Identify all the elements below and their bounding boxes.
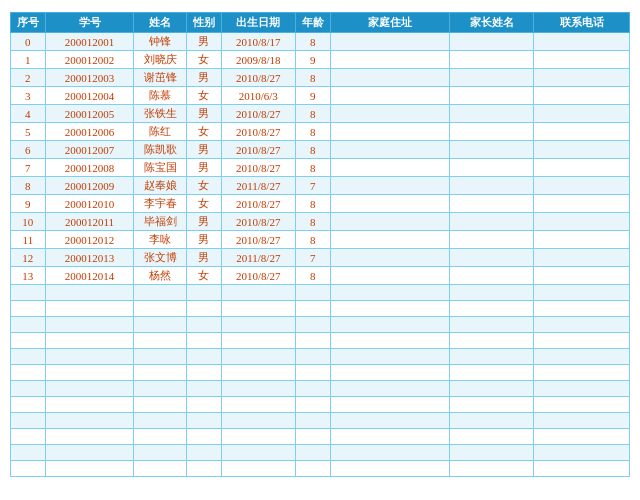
empty-cell bbox=[186, 317, 221, 333]
cell-13-8 bbox=[534, 267, 630, 285]
empty-cell bbox=[134, 429, 187, 445]
cell-13-0: 13 bbox=[11, 267, 46, 285]
empty-cell bbox=[11, 461, 46, 477]
empty-cell bbox=[330, 333, 450, 349]
cell-2-1: 200012003 bbox=[45, 69, 134, 87]
empty-cell bbox=[330, 317, 450, 333]
empty-cell bbox=[134, 365, 187, 381]
cell-7-0: 7 bbox=[11, 159, 46, 177]
cell-6-3: 男 bbox=[186, 141, 221, 159]
cell-9-5: 8 bbox=[295, 195, 330, 213]
cell-13-1: 200012014 bbox=[45, 267, 134, 285]
cell-10-6 bbox=[330, 213, 450, 231]
empty-cell bbox=[450, 413, 534, 429]
cell-0-0: 0 bbox=[11, 33, 46, 51]
empty-row bbox=[11, 365, 630, 381]
table-row: 12200012013张文博男2011/8/277 bbox=[11, 249, 630, 267]
cell-11-3: 男 bbox=[186, 231, 221, 249]
cell-6-2: 陈凯歌 bbox=[134, 141, 187, 159]
cell-12-0: 12 bbox=[11, 249, 46, 267]
empty-cell bbox=[11, 381, 46, 397]
cell-5-0: 5 bbox=[11, 123, 46, 141]
cell-2-2: 谢茁锋 bbox=[134, 69, 187, 87]
empty-cell bbox=[221, 285, 295, 301]
cell-6-8 bbox=[534, 141, 630, 159]
empty-cell bbox=[330, 461, 450, 477]
cell-5-6 bbox=[330, 123, 450, 141]
cell-2-5: 8 bbox=[295, 69, 330, 87]
cell-13-5: 8 bbox=[295, 267, 330, 285]
empty-cell bbox=[295, 413, 330, 429]
cell-0-1: 200012001 bbox=[45, 33, 134, 51]
empty-cell bbox=[134, 285, 187, 301]
cell-3-6 bbox=[330, 87, 450, 105]
empty-cell bbox=[295, 349, 330, 365]
empty-row bbox=[11, 397, 630, 413]
empty-cell bbox=[295, 429, 330, 445]
empty-cell bbox=[221, 461, 295, 477]
empty-cell bbox=[134, 333, 187, 349]
cell-5-4: 2010/8/27 bbox=[221, 123, 295, 141]
cell-1-3: 女 bbox=[186, 51, 221, 69]
cell-10-7 bbox=[450, 213, 534, 231]
cell-11-6 bbox=[330, 231, 450, 249]
table-row: 2200012003谢茁锋男2010/8/278 bbox=[11, 69, 630, 87]
cell-8-8 bbox=[534, 177, 630, 195]
student-table: 序号学号姓名性别出生日期年龄家庭住址家长姓名联系电话 0200012001钟锋男… bbox=[10, 12, 630, 477]
empty-cell bbox=[330, 413, 450, 429]
cell-10-0: 10 bbox=[11, 213, 46, 231]
cell-11-7 bbox=[450, 231, 534, 249]
empty-cell bbox=[450, 349, 534, 365]
empty-cell bbox=[221, 333, 295, 349]
empty-cell bbox=[186, 333, 221, 349]
cell-6-6 bbox=[330, 141, 450, 159]
empty-cell bbox=[450, 381, 534, 397]
empty-cell bbox=[45, 365, 134, 381]
empty-cell bbox=[134, 413, 187, 429]
empty-cell bbox=[330, 445, 450, 461]
cell-9-4: 2010/8/27 bbox=[221, 195, 295, 213]
cell-7-7 bbox=[450, 159, 534, 177]
empty-cell bbox=[134, 349, 187, 365]
empty-cell bbox=[45, 333, 134, 349]
cell-3-5: 9 bbox=[295, 87, 330, 105]
cell-1-5: 9 bbox=[295, 51, 330, 69]
empty-cell bbox=[186, 461, 221, 477]
cell-7-8 bbox=[534, 159, 630, 177]
empty-cell bbox=[295, 461, 330, 477]
cell-13-2: 杨然 bbox=[134, 267, 187, 285]
empty-cell bbox=[186, 445, 221, 461]
cell-3-0: 3 bbox=[11, 87, 46, 105]
table-header: 序号学号姓名性别出生日期年龄家庭住址家长姓名联系电话 bbox=[11, 13, 630, 33]
empty-row bbox=[11, 445, 630, 461]
empty-cell bbox=[450, 397, 534, 413]
empty-cell bbox=[45, 397, 134, 413]
cell-1-8 bbox=[534, 51, 630, 69]
cell-11-8 bbox=[534, 231, 630, 249]
empty-row bbox=[11, 317, 630, 333]
empty-cell bbox=[330, 285, 450, 301]
empty-cell bbox=[534, 461, 630, 477]
empty-cell bbox=[134, 397, 187, 413]
cell-12-6 bbox=[330, 249, 450, 267]
cell-9-8 bbox=[534, 195, 630, 213]
cell-12-2: 张文博 bbox=[134, 249, 187, 267]
empty-cell bbox=[45, 429, 134, 445]
cell-9-7 bbox=[450, 195, 534, 213]
empty-cell bbox=[45, 381, 134, 397]
empty-cell bbox=[295, 285, 330, 301]
cell-7-1: 200012008 bbox=[45, 159, 134, 177]
empty-cell bbox=[295, 365, 330, 381]
cell-12-3: 男 bbox=[186, 249, 221, 267]
cell-5-5: 8 bbox=[295, 123, 330, 141]
empty-cell bbox=[295, 301, 330, 317]
cell-9-0: 9 bbox=[11, 195, 46, 213]
table-row: 5200012006陈红女2010/8/278 bbox=[11, 123, 630, 141]
empty-cell bbox=[295, 381, 330, 397]
empty-cell bbox=[11, 285, 46, 301]
table-row: 1200012002刘晓庆女2009/8/189 bbox=[11, 51, 630, 69]
cell-3-8 bbox=[534, 87, 630, 105]
cell-3-1: 200012004 bbox=[45, 87, 134, 105]
empty-cell bbox=[11, 445, 46, 461]
cell-9-6 bbox=[330, 195, 450, 213]
